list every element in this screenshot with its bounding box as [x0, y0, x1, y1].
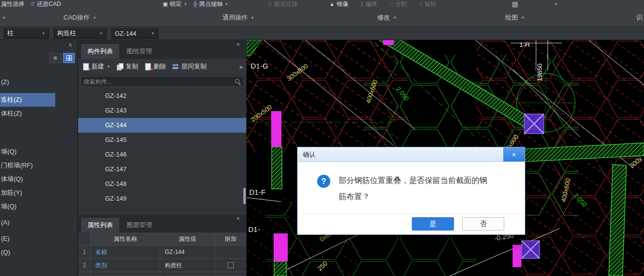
nav-item[interactable]: 加筋(Y): [0, 186, 77, 200]
dim-19650: 19650: [536, 64, 543, 81]
toolbar-dropdown-button[interactable]: ▼: [554, 0, 558, 8]
two-point-axis-button[interactable]: ╬ 两点辅轴 ▼: [193, 0, 229, 8]
type-dropdown[interactable]: 构造柱 ▼: [54, 28, 107, 39]
list-item[interactable]: GZ-147: [78, 162, 246, 177]
axis-label-d1: D1-: [248, 225, 260, 233]
nav-gap: [0, 120, 77, 145]
attribute-select-label: 属性选择: [1, 0, 24, 8]
mirror-button[interactable]: ▲ 镜像: [329, 0, 348, 8]
chevron-down-icon: ▼: [183, 2, 187, 6]
tab-property-list[interactable]: 属性列表: [81, 218, 119, 232]
category-dropdown[interactable]: 柱 ▼: [4, 28, 49, 39]
rotate-button[interactable]: ○ 旋转: [419, 0, 436, 8]
delete-label: 删除: [153, 62, 166, 71]
nav-item[interactable]: 墙(Q): [0, 145, 77, 159]
two-point-axis-label: 两点辅轴: [199, 0, 223, 8]
grid-view-button[interactable]: [63, 53, 75, 63]
search-box: [80, 76, 244, 87]
property-panel-tabs: × 属性列表 图层管理: [78, 215, 246, 232]
group-draw-label: 绘图: [505, 13, 518, 22]
nav-item[interactable]: 体墙(Q): [0, 172, 77, 186]
list-item[interactable]: GZ-145: [78, 133, 246, 147]
table-row: 2 类别 构造柱: [78, 259, 246, 272]
nav-item[interactable]: (Z): [0, 75, 77, 89]
attribute-select-caret[interactable]: ▼: [2, 11, 6, 24]
component-value: GZ-144: [115, 30, 136, 37]
restore-cad-label: 还原CAD: [37, 0, 61, 8]
group-cad-ops-label: CAD操作: [64, 13, 89, 22]
restore-cad-icon: ↺: [30, 1, 35, 7]
toolbar-separator: [628, 1, 629, 25]
more-icon[interactable]: »: [239, 63, 243, 70]
printer-button[interactable]: ▤: [512, 0, 518, 8]
new-button[interactable]: 新建 ▼: [83, 62, 110, 71]
chevron-down-icon: ▼: [521, 16, 525, 20]
nav-item[interactable]: 门框墙(RF): [0, 159, 77, 172]
list-item-selected[interactable]: GZ-144: [78, 118, 246, 133]
row-index: [78, 272, 91, 276]
list-item[interactable]: GZ-146: [78, 147, 246, 162]
list-item[interactable]: GZ-142: [78, 89, 246, 103]
cad-column-x-top: [524, 114, 544, 134]
group-recognize[interactable]: 识: [636, 11, 643, 24]
floor-copy-button[interactable]: 层间复制: [172, 62, 207, 71]
list-item[interactable]: GZ-148: [78, 177, 246, 191]
floor-copy-icon: [172, 63, 179, 70]
no-button[interactable]: 否: [462, 217, 504, 230]
lock-button[interactable]: ▣ 锁定 ▼: [163, 0, 187, 8]
component-dropdown[interactable]: GZ-144 ▼: [111, 28, 158, 39]
group-general-ops[interactable]: 通用操作 ▼: [222, 11, 255, 24]
scrollbar-thumb[interactable]: [243, 188, 246, 204]
search-input[interactable]: [84, 78, 235, 85]
tab-layer-manage[interactable]: 图层管理: [120, 218, 158, 232]
copy-button[interactable]: 复制: [117, 62, 138, 71]
close-icon[interactable]: ×: [236, 41, 240, 48]
tab-component-list[interactable]: 构件列表: [81, 44, 119, 59]
new-label: 新建: [91, 62, 104, 71]
copy-icon: [117, 63, 123, 70]
delete-button[interactable]: 删除: [145, 62, 166, 71]
dialog-message-line2: 筋布置？: [339, 188, 487, 205]
confirm-dialog: 确认 × ? 部分钢筋位置重叠，是否保留当前截面的钢 筋布置？ 是 否: [297, 147, 525, 235]
mirror-icon: ▲: [329, 1, 335, 7]
copy-label: 复制: [126, 62, 138, 71]
tab-drawing-manage[interactable]: 图纸管理: [120, 44, 158, 59]
toolbar-separator: [159, 1, 159, 25]
group-draw[interactable]: 绘图 ▼: [505, 11, 525, 24]
printer-icon: ▤: [512, 1, 518, 7]
element-selector-bar: 柱 ▼ 构造柱 ▼ GZ-144 ▼: [0, 27, 644, 40]
element-filter-button[interactable]: ▽ 图元过滤: [268, 0, 297, 8]
attribute-select-button[interactable]: 属性选择: [1, 0, 24, 8]
nav-item-selected[interactable]: 造柱(Z): [0, 93, 55, 107]
nav-item[interactable]: 体柱(Z): [0, 107, 77, 120]
list-view-icon: ≡: [53, 54, 57, 62]
chevron-down-icon: ▼: [251, 16, 255, 20]
component-toolbar: 新建 ▼ 复制 删除 层间复制 »: [78, 59, 246, 74]
split-button[interactable]: □ 分割: [390, 0, 407, 8]
group-cad-ops[interactable]: CAD操作 ▼: [64, 11, 96, 24]
property-value[interactable]: GZ-144: [160, 246, 215, 258]
nav-item[interactable]: (E): [0, 232, 77, 246]
row-index: 2: [78, 259, 91, 272]
nav-item[interactable]: 墙(Q): [0, 200, 77, 213]
offset-button[interactable]: ∥ 偏移: [361, 0, 377, 8]
list-view-button[interactable]: ≡: [49, 53, 61, 63]
nav-item[interactable]: (Q): [0, 246, 77, 259]
chevron-down-icon: ▼: [225, 2, 229, 6]
yes-button[interactable]: 是: [412, 217, 454, 230]
search-icon[interactable]: [235, 78, 241, 85]
close-icon[interactable]: ×: [236, 215, 240, 222]
property-value[interactable]: 构造柱: [160, 259, 215, 272]
attach-checkbox[interactable]: [228, 262, 234, 268]
dialog-titlebar[interactable]: 确认 ×: [298, 147, 525, 162]
list-item[interactable]: GZ-149: [78, 191, 246, 206]
list-item[interactable]: GZ-143: [78, 103, 246, 118]
restore-cad-button[interactable]: ↺ 还原CAD: [30, 0, 61, 8]
dialog-close-button[interactable]: ×: [503, 147, 525, 161]
header-value: 属性值: [160, 232, 215, 245]
toolbar-separator: [322, 1, 322, 25]
group-modify[interactable]: 修改 ▼: [377, 11, 397, 24]
new-icon: [83, 63, 89, 70]
close-icon[interactable]: ×: [68, 41, 72, 49]
nav-item[interactable]: (A): [0, 216, 77, 230]
